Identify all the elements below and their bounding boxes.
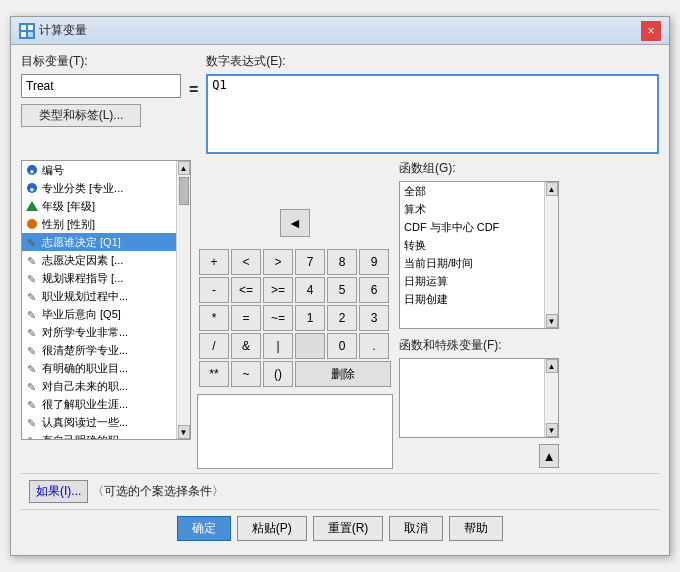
list-item[interactable]: ●编号 xyxy=(22,161,176,179)
list-item[interactable]: 日期运算 xyxy=(400,272,544,290)
expr-input[interactable]: Q1 xyxy=(206,74,659,154)
svg-rect-1 xyxy=(28,25,33,30)
calc-neq[interactable]: ~= xyxy=(263,305,293,331)
list-item[interactable]: ✎有自己明确的职... xyxy=(22,431,176,439)
target-var-section: 目标变量(T): 类型和标签(L)... xyxy=(21,53,181,127)
func-scrollbar-up[interactable]: ▲ xyxy=(546,182,558,196)
calc-row-3: * = ~= 1 2 3 xyxy=(199,305,391,331)
calc-7[interactable]: 7 xyxy=(295,249,325,275)
calc-mult[interactable]: * xyxy=(199,305,229,331)
app-icon xyxy=(19,23,35,39)
calc-5[interactable]: 5 xyxy=(327,277,357,303)
calc-8[interactable]: 8 xyxy=(327,249,357,275)
calc-plus[interactable]: + xyxy=(199,249,229,275)
calc-gt[interactable]: > xyxy=(263,249,293,275)
calc-power[interactable]: ** xyxy=(199,361,229,387)
content-area: 目标变量(T): 类型和标签(L)... = 数字表达式(E): Q1 ●编号●… xyxy=(11,45,669,555)
var-icon: ● xyxy=(25,163,39,177)
up-arrow-button[interactable]: ▲ xyxy=(539,444,559,468)
calc-9[interactable]: 9 xyxy=(359,249,389,275)
list-item[interactable]: 年级 [年级] xyxy=(22,197,176,215)
确定-button[interactable]: 确定 xyxy=(177,516,231,541)
main-area: ●编号●专业分类 [专业...年级 [年级]性别 [性别]✎志愿谁决定 [Q1]… xyxy=(21,160,659,469)
calc-lt[interactable]: < xyxy=(231,249,261,275)
list-item[interactable]: 全部 xyxy=(400,182,544,200)
var-label: 专业分类 [专业... xyxy=(42,181,123,196)
list-item[interactable]: ✎规划课程指导 [... xyxy=(22,269,176,287)
list-item[interactable]: 日期创建 xyxy=(400,290,544,308)
calc-gte[interactable]: >= xyxy=(263,277,293,303)
var-icon: ✎ xyxy=(25,271,39,285)
calc-div[interactable]: / xyxy=(199,333,229,359)
calc-minus[interactable]: - xyxy=(199,277,229,303)
var-icon: ✎ xyxy=(25,379,39,393)
calc-parens[interactable]: () xyxy=(263,361,293,387)
重置r-button[interactable]: 重置(R) xyxy=(313,516,384,541)
scrollbar-up-arrow[interactable]: ▲ xyxy=(178,161,190,175)
var-icon xyxy=(25,199,39,213)
list-item[interactable]: ✎很清楚所学专业... xyxy=(22,341,176,359)
svg-point-9 xyxy=(27,219,37,229)
svg-rect-0 xyxy=(21,25,26,30)
func-special-up[interactable]: ▲ xyxy=(546,359,558,373)
var-icon: ✎ xyxy=(25,325,39,339)
calc-4[interactable]: 4 xyxy=(295,277,325,303)
notes-area[interactable] xyxy=(197,394,393,469)
svg-text:✎: ✎ xyxy=(27,255,36,267)
target-var-input[interactable] xyxy=(21,74,181,98)
var-label: 规划课程指导 [... xyxy=(42,271,123,286)
calc-2[interactable]: 2 xyxy=(327,305,357,331)
list-item[interactable]: ✎志愿谁决定 [Q1] xyxy=(22,233,176,251)
expr-label: 数字表达式(E): xyxy=(206,53,659,70)
calc-dot[interactable]: . xyxy=(359,333,389,359)
right-panel: 函数组(G): 全部算术CDF 与非中心 CDF转换当前日期/时间日期运算日期创… xyxy=(399,160,559,469)
title-bar-left: 计算变量 xyxy=(19,22,87,39)
list-item[interactable]: ✎对所学专业非常... xyxy=(22,323,176,341)
calc-lte[interactable]: <= xyxy=(231,277,261,303)
list-item[interactable]: 性别 [性别] xyxy=(22,215,176,233)
case-condition-text: 〈可选的个案选择条件〉 xyxy=(92,483,651,500)
scrollbar-down-arrow[interactable]: ▼ xyxy=(178,425,190,439)
list-item[interactable]: 转换 xyxy=(400,236,544,254)
var-icon: ✎ xyxy=(25,253,39,267)
if-button[interactable]: 如果(I)... xyxy=(29,480,88,503)
list-item[interactable]: ✎认真阅读过一些... xyxy=(22,413,176,431)
calc-blank[interactable] xyxy=(295,333,325,359)
取消-button[interactable]: 取消 xyxy=(389,516,443,541)
list-item[interactable]: ✎有明确的职业目... xyxy=(22,359,176,377)
move-to-expr-button[interactable]: ◄ xyxy=(280,209,310,237)
list-item[interactable]: CDF 与非中心 CDF xyxy=(400,218,544,236)
list-item[interactable]: ✎对自己未来的职... xyxy=(22,377,176,395)
calc-1[interactable]: 1 xyxy=(295,305,325,331)
type-label-button[interactable]: 类型和标签(L)... xyxy=(21,104,141,127)
svg-text:●: ● xyxy=(30,167,35,176)
list-item[interactable]: ✎志愿决定因素 [... xyxy=(22,251,176,269)
list-item[interactable]: 算术 xyxy=(400,200,544,218)
calc-delete[interactable]: 删除 xyxy=(295,361,391,387)
var-icon: ✎ xyxy=(25,289,39,303)
func-special-list xyxy=(400,359,544,437)
帮助-button[interactable]: 帮助 xyxy=(449,516,503,541)
list-item[interactable]: ✎职业规划过程中... xyxy=(22,287,176,305)
var-icon: ✎ xyxy=(25,361,39,375)
calc-3[interactable]: 3 xyxy=(359,305,389,331)
equals-sign: = xyxy=(189,81,198,99)
action-buttons: 确定粘贴(P)重置(R)取消帮助 xyxy=(21,509,659,547)
calc-0[interactable]: 0 xyxy=(327,333,357,359)
func-special-down[interactable]: ▼ xyxy=(546,423,558,437)
list-item[interactable]: 当前日期/时间 xyxy=(400,254,544,272)
list-item[interactable]: ●专业分类 [专业... xyxy=(22,179,176,197)
func-special-label: 函数和特殊变量(F): xyxy=(399,337,559,354)
calc-6[interactable]: 6 xyxy=(359,277,389,303)
calc-eq[interactable]: = xyxy=(231,305,261,331)
calc-and[interactable]: & xyxy=(231,333,261,359)
func-scrollbar-down[interactable]: ▼ xyxy=(546,314,558,328)
calc-tilde[interactable]: ~ xyxy=(231,361,261,387)
svg-text:✎: ✎ xyxy=(27,345,36,357)
粘贴p-button[interactable]: 粘贴(P) xyxy=(237,516,307,541)
close-button[interactable]: × xyxy=(641,21,661,41)
list-item[interactable]: ✎毕业后意向 [Q5] xyxy=(22,305,176,323)
calc-or[interactable]: | xyxy=(263,333,293,359)
list-item[interactable]: ✎很了解职业生涯... xyxy=(22,395,176,413)
var-icon: ● xyxy=(25,181,39,195)
